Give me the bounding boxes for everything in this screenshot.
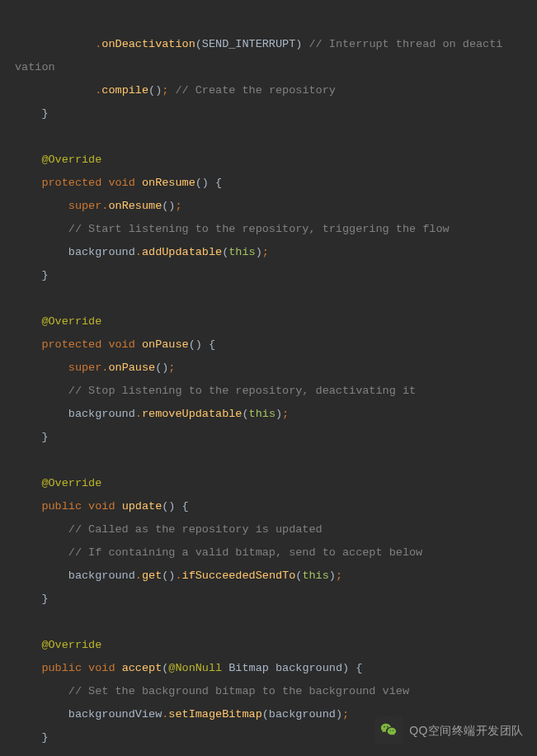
indent [15,154,41,166]
indent [15,84,95,97]
comment: // Called as the repository is updated [68,523,323,536]
indent [15,685,68,697]
annotation: @Override [41,315,101,328]
method-call: compile [101,84,148,97]
keyword: super [68,200,102,212]
method-decl: onResume [142,177,195,189]
brace-close: } [15,431,49,443]
parens: () [162,200,175,212]
ident: background [15,569,135,582]
ident: backgroundView [15,708,162,721]
indent [15,662,41,674]
indent [15,477,41,489]
keyword: public void [41,662,115,674]
sig: () { [189,338,215,351]
method-call: setImageBitmap [168,708,261,721]
parens: () [155,361,168,374]
dot: . [135,569,142,582]
indent [15,38,95,50]
space [135,177,142,189]
annotation: @Override [41,639,101,651]
parens: () [148,84,162,97]
method-decl: onPause [142,338,189,351]
semicolon: ; [336,569,342,582]
method-call: onResume [108,200,162,212]
indent [15,315,41,328]
indent [15,361,68,374]
comment: // Stop listening to the repository, dea… [68,385,416,397]
keyword-this: this [228,246,255,258]
indent [15,223,68,235]
paren-open: ( [242,408,248,420]
method-decl: update [122,500,163,513]
method-call: get [142,569,162,582]
comment: // Create the repository [168,84,336,97]
semicolon: ; [168,361,175,374]
keyword: public void [41,500,115,513]
keyword: super [68,361,102,374]
dot: . [175,569,181,582]
comment: // Interrupt thread on deacti [309,38,502,50]
ident: background [15,246,135,258]
space [115,500,122,513]
brace-close: } [15,731,49,744]
method-call: addUpdatable [142,246,222,258]
keyword: protected void [41,177,134,189]
method-call: onDeactivation [101,38,195,50]
args: (SEND_INTERRUPT) [195,38,309,50]
annotation: @NonNull [168,662,222,674]
comment: // Set the background bitmap to the back… [68,685,409,697]
semicolon: ; [262,246,269,258]
method-decl: accept [122,662,163,674]
annotation: @Override [41,477,101,489]
method-call: ifSucceededSendTo [182,569,296,582]
indent [15,523,68,536]
paren-close: ) [256,246,262,258]
sig: () { [195,177,222,189]
indent [15,546,68,559]
args: (background) [262,708,342,721]
method-call: onPause [108,361,155,374]
comment: // If containing a valid bitmap, send to… [68,546,422,559]
indent [15,500,41,513]
sig: () { [162,500,188,513]
brace-close: } [15,107,49,120]
space [115,662,122,674]
ident: background [15,408,135,420]
brace-close: } [15,593,49,605]
indent [15,200,68,212]
dot: . [135,246,142,258]
semicolon: ; [282,408,289,420]
dot: . [135,408,142,420]
sig: Bitmap background) { [222,662,362,674]
paren-close: ) [329,569,336,582]
brace-close: } [15,269,49,281]
code-block: .onDeactivation(SEND_INTERRUPT) // Inter… [0,0,537,756]
space [135,338,142,351]
keyword-this: this [302,569,328,582]
indent [15,177,41,189]
paren-close: ) [276,408,282,420]
comment: vation [15,61,55,73]
keyword-this: this [249,408,276,420]
indent [15,338,41,351]
keyword: protected void [41,338,134,351]
annotation: @Override [41,154,101,166]
method-call: removeUpdatable [142,408,243,420]
semicolon: ; [175,200,181,212]
parens: () [162,569,175,582]
comment: // Start listening to the repository, tr… [68,223,450,235]
semicolon: ; [342,708,349,721]
indent [15,385,68,397]
indent [15,639,41,651]
